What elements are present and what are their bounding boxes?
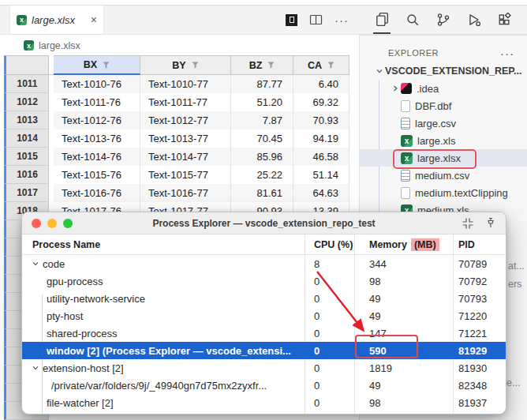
process-row-gpu-process[interactable]: gpu-process09870792 <box>22 272 506 290</box>
process-row-extension-host-2[interactable]: extension-host [2]0181981930 <box>22 359 506 377</box>
process-name: window [2] (Process Explorer — vscode_ex… <box>22 345 305 357</box>
process-pid: 71220 <box>453 310 506 322</box>
process-explorer-window[interactable]: Process Explorer — vscode_extension_repo… <box>21 212 506 414</box>
sidebar-item-large-csv[interactable]: large.csv <box>360 114 527 132</box>
cell-bz-1017[interactable]: 81.61 <box>231 184 293 202</box>
close-window-button[interactable] <box>32 219 41 228</box>
column-header-bz[interactable]: BZ <box>231 55 293 75</box>
cell-bz-1014[interactable]: 70.45 <box>231 129 293 148</box>
filter-icon[interactable] <box>103 62 110 69</box>
column-header-ca[interactable]: CA <box>293 55 349 75</box>
cell-bz-1013[interactable]: 7.87 <box>231 111 293 129</box>
cell-bx-1011[interactable]: Text-1010-76 <box>54 75 140 93</box>
cell-ca-1013[interactable]: 70.93 <box>293 111 349 129</box>
sidebar-item-medium-textclipping[interactable]: medium.textClipping <box>360 184 527 201</box>
cell-bx-1013[interactable]: Text-1012-76 <box>54 111 140 129</box>
cell-by-1015[interactable]: Text-1014-77 <box>140 148 231 166</box>
sidebar-item-idea[interactable]: .idea <box>360 80 527 97</box>
table-preview-toggle-icon[interactable] <box>286 14 297 26</box>
cell-by-1012[interactable]: Text-1011-77 <box>140 93 231 111</box>
activity-search[interactable] <box>404 6 421 34</box>
cell-bz-1011[interactable]: 87.77 <box>231 75 293 93</box>
process-window-titlebar[interactable]: Process Explorer — vscode_extension_repo… <box>22 212 506 234</box>
chevron-slot <box>30 260 41 268</box>
process-name: utility-network-service <box>22 293 305 305</box>
cell-ca-1016[interactable]: 51.14 <box>293 166 349 184</box>
cell-ca-1017[interactable]: 64.63 <box>293 184 349 202</box>
column-header-pid[interactable]: PID <box>453 239 506 250</box>
filter-icon[interactable] <box>327 62 335 69</box>
breadcrumb[interactable]: x large.xlsx <box>0 36 359 55</box>
sheet-corner-cell[interactable] <box>4 55 49 75</box>
sidebar-item-dbf-dbf[interactable]: DBF.dbf <box>360 97 527 114</box>
cell-ca-1011[interactable]: 6.40 <box>293 75 349 93</box>
cell-bx-1015[interactable]: Text-1014-76 <box>54 148 140 166</box>
search-icon <box>406 13 420 27</box>
process-row-utility-network-service[interactable]: utility-network-service04970793 <box>22 290 506 307</box>
tab-title: large.xlsx <box>32 14 75 26</box>
csv-file-icon <box>401 118 410 129</box>
sidebar-item-vscode-extension-rep[interactable]: VSCODE_EXTENSION_REP... <box>360 62 527 80</box>
sheet-row-1013: 1013Text-1012-76Text-1012-777.8770.93 <box>0 111 349 129</box>
cell-by-1011[interactable]: Text-1010-77 <box>140 75 231 93</box>
column-header-cpu[interactable]: CPU (%) <box>305 239 354 250</box>
cell-by-1017[interactable]: Text-1016-77 <box>140 184 231 202</box>
sidebar-item-label: DBF.dbf <box>415 100 451 112</box>
cell-bz-1012[interactable]: 51.20 <box>231 93 293 111</box>
process-row-private-var-folders-9j-499[interactable]: /private/var/folders/9j/_49940gn7d75mx2z… <box>22 377 506 394</box>
activity-explorer[interactable] <box>373 6 391 34</box>
row-header-1016[interactable]: 1016 <box>4 166 49 184</box>
more-actions-icon[interactable]: ··· <box>335 14 349 26</box>
explorer-more-icon[interactable]: ··· <box>500 47 514 59</box>
cell-ca-1015[interactable]: 46.58 <box>293 148 349 166</box>
row-header-1013[interactable]: 1013 <box>4 111 49 129</box>
activity-source-control[interactable] <box>435 6 452 34</box>
close-icon[interactable]: × <box>91 14 97 25</box>
cell-bx-1012[interactable]: Text-1011-76 <box>54 93 140 111</box>
cell-bx-1016[interactable]: Text-1015-76 <box>54 166 140 184</box>
pin-icon[interactable] <box>485 217 496 229</box>
cell-ca-1014[interactable]: 94.19 <box>293 129 349 148</box>
column-header-by[interactable]: BY <box>140 55 231 75</box>
cell-by-1014[interactable]: Text-1013-77 <box>140 129 231 148</box>
cell-by-1016[interactable]: Text-1015-77 <box>140 166 231 184</box>
row-header-1017[interactable]: 1017 <box>4 184 49 202</box>
cell-bx-1017[interactable]: Text-1016-76 <box>54 184 140 202</box>
files-icon <box>375 12 389 26</box>
filter-icon[interactable] <box>192 62 199 69</box>
cell-by-1013[interactable]: Text-1012-77 <box>140 111 231 129</box>
process-row-pty-host[interactable]: pty-host04971220 <box>22 307 506 324</box>
activity-run-debug[interactable] <box>465 6 483 34</box>
process-pid: 81937 <box>453 397 506 409</box>
sidebar-item-medium-csv[interactable]: medium.csv <box>360 167 527 184</box>
cell-ca-1012[interactable]: 69.32 <box>293 93 349 111</box>
sidebar-item-large-xls[interactable]: xlarge.xls <box>360 132 527 149</box>
zoom-window-button[interactable] <box>63 219 73 228</box>
cell-bx-1014[interactable]: Text-1013-76 <box>54 129 140 148</box>
row-header-1011[interactable]: 1011 <box>4 75 49 93</box>
process-row-shared-process[interactable]: shared-process014771221 <box>22 324 506 342</box>
cell-bz-1015[interactable]: 85.96 <box>231 148 293 166</box>
run-debug-icon <box>467 13 481 27</box>
activity-extensions[interactable] <box>496 6 514 34</box>
titlebar-icons <box>462 212 496 234</box>
minimize-window-button[interactable] <box>47 219 57 228</box>
process-row-window-2-process-explorer[interactable]: window [2] (Process Explorer — vscode_ex… <box>22 342 506 359</box>
column-header-bx[interactable]: BX <box>54 55 140 75</box>
row-header-1015[interactable]: 1015 <box>4 148 49 166</box>
collapse-icon[interactable] <box>462 217 474 230</box>
sheet-row-1011: 1011Text-1010-76Text-1010-7787.776.40 <box>0 75 349 93</box>
process-pid: 70792 <box>453 276 506 287</box>
tab-bar: x large.xlsx × ··· <box>0 5 527 35</box>
row-header-1014[interactable]: 1014 <box>4 129 49 148</box>
column-header-memory[interactable]: Memory (MB) <box>354 238 453 251</box>
cell-bz-1016[interactable]: 25.22 <box>231 166 293 184</box>
tab-large-xlsx[interactable]: x large.xlsx × <box>9 6 104 34</box>
filter-icon[interactable] <box>267 62 275 69</box>
process-row-file-watcher-2[interactable]: file-watcher [2]09881937 <box>22 394 506 411</box>
column-header-process-name[interactable]: Process Name <box>22 239 305 250</box>
row-header-1012[interactable]: 1012 <box>4 93 49 111</box>
split-editor-icon[interactable] <box>309 13 323 26</box>
process-row-code[interactable]: code834470789 <box>22 255 506 272</box>
file-icon-csv <box>401 170 410 182</box>
